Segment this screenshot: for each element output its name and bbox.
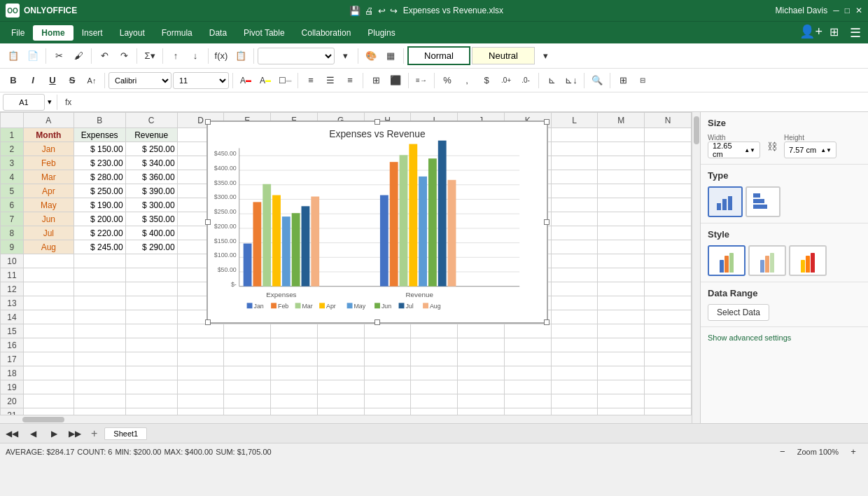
cell-ref-input[interactable] [3,94,45,111]
chart-type-bar-h[interactable] [746,186,780,217]
cell[interactable] [645,254,692,268]
menu-file[interactable]: File [3,25,33,41]
cell[interactable] [411,352,458,366]
cell[interactable] [504,408,551,415]
cell[interactable]: $ 280.00 [74,170,125,184]
cell[interactable] [177,394,224,408]
cell[interactable] [551,380,598,394]
cell[interactable] [177,352,224,366]
row-header-14[interactable]: 14 [1,310,24,324]
cell[interactable]: Expenses [74,128,125,142]
cell[interactable] [271,338,318,352]
cell[interactable] [74,254,125,268]
more-styles-btn[interactable]: ▾ [536,47,554,65]
undo-btn[interactable]: ↶ [95,47,113,65]
chart-style-2[interactable] [748,245,786,276]
col-header-B[interactable]: B [74,113,125,128]
cell[interactable]: $ 245.00 [74,240,125,254]
font-family-select[interactable]: Calibri Arial Times New Roman [108,72,172,89]
cell[interactable] [458,394,505,408]
cell[interactable] [271,380,318,394]
name-mgr-btn[interactable]: 📋 [232,47,250,65]
autofilter-btn[interactable]: ⊾↓ [562,71,580,90]
cell[interactable] [125,408,177,415]
fill-color-btn[interactable]: ☐▬ [276,71,294,90]
percent-btn[interactable]: % [438,71,456,90]
currency-btn[interactable]: $ [477,71,496,90]
row-header-9[interactable]: 9 [1,240,24,254]
chart-type-bar[interactable] [708,186,743,217]
cell[interactable] [598,380,645,394]
cell[interactable] [125,366,177,380]
cell[interactable] [551,226,598,240]
share-icon[interactable]: ⊞ [825,24,843,42]
cell[interactable] [504,324,551,338]
align-left-btn[interactable]: ≡ [302,71,320,90]
chart-style-3[interactable] [789,245,827,276]
align-center-btn[interactable]: ☰ [321,71,340,90]
row-settings-btn[interactable]: ⊟ [634,71,652,90]
row-header-7[interactable]: 7 [1,212,24,226]
cell[interactable] [551,156,598,170]
cell[interactable] [551,310,598,324]
cell[interactable] [458,366,505,380]
cell[interactable] [411,324,458,338]
cell[interactable] [74,268,125,282]
strikethrough-btn[interactable]: S [63,71,81,90]
cell[interactable] [317,366,364,380]
cell[interactable] [645,380,692,394]
cell[interactable] [364,408,411,415]
row-header-2[interactable]: 2 [1,142,24,156]
cell[interactable]: Jul [23,226,74,240]
chart-container[interactable]: Expenses vs Revenue $- $50.00 $100.00 $1… [206,120,548,324]
cell[interactable] [598,226,645,240]
cell[interactable] [224,324,271,338]
cell-style-neutral[interactable]: Neutral [472,47,535,64]
menu-home[interactable]: Home [33,25,73,41]
copy-btn[interactable]: 📄 [24,47,42,65]
cell[interactable] [598,296,645,310]
cell[interactable] [645,310,692,324]
cell[interactable] [177,324,224,338]
cell[interactable] [598,310,645,324]
cell[interactable] [364,352,411,366]
cell[interactable] [317,352,364,366]
italic-btn[interactable]: I [24,71,42,90]
row-header-15[interactable]: 15 [1,324,24,338]
bold-btn[interactable]: B [4,71,22,90]
cell[interactable] [458,352,505,366]
cell[interactable]: Revenue [125,128,177,142]
col-header-C[interactable]: C [125,113,177,128]
cell[interactable] [177,408,224,415]
filter-btn[interactable]: ⊾ [542,71,561,90]
dec-less-btn[interactable]: .0- [517,71,535,90]
row-header-13[interactable]: 13 [1,296,24,310]
cell[interactable] [364,366,411,380]
underline-btn[interactable]: U [43,71,62,90]
show-advanced-link[interactable]: Show advanced settings [708,333,791,342]
cell[interactable]: $ 190.00 [74,198,125,212]
cell[interactable] [645,156,692,170]
cell[interactable] [23,380,74,394]
cell[interactable] [645,296,692,310]
cell[interactable] [224,338,271,352]
insert-func-btn[interactable]: f(x) [212,47,230,65]
cell[interactable] [23,394,74,408]
sort-desc-btn[interactable]: ↓ [186,47,204,65]
cell[interactable] [598,338,645,352]
cell[interactable] [364,324,411,338]
zoom-in-btn[interactable]: + [844,443,862,461]
cell[interactable] [317,338,364,352]
cell[interactable] [125,254,177,268]
win-minimize[interactable]: ─ [833,6,839,15]
height-input[interactable]: 7.57 cm ▲▼ [784,142,836,158]
cell[interactable] [23,282,74,296]
cell[interactable]: $ 230.00 [74,156,125,170]
cell[interactable] [598,128,645,142]
cell[interactable]: Feb [23,156,74,170]
cell[interactable] [504,366,551,380]
cell[interactable] [551,170,598,184]
row-header-10[interactable]: 10 [1,254,24,268]
cell[interactable]: Jan [23,142,74,156]
row-header-17[interactable]: 17 [1,352,24,366]
